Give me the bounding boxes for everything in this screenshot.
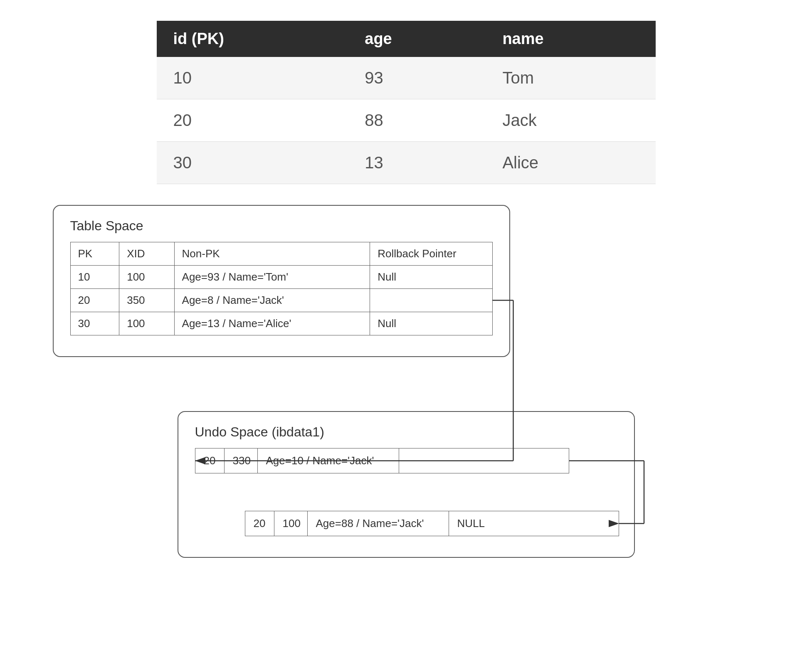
cell-name-1: Tom bbox=[486, 57, 655, 99]
ts-xid-1: 100 bbox=[119, 266, 174, 289]
ts-col-nonpk: Non-PK bbox=[174, 242, 370, 266]
ts-col-xid: XID bbox=[119, 242, 174, 266]
ts-nonpk-1: Age=93 / Name='Tom' bbox=[174, 266, 370, 289]
undo-c1-2: 20 bbox=[245, 511, 274, 536]
cell-age-3: 13 bbox=[348, 142, 486, 184]
col-header-name: name bbox=[486, 21, 655, 57]
undo-row-2: 20 100 Age=88 / Name='Jack' NULL bbox=[245, 511, 619, 536]
undo-row-1: 20 330 Age=10 / Name='Jack' bbox=[195, 448, 569, 473]
ts-col-rollback: Rollback Pointer bbox=[370, 242, 492, 266]
ts-rollback-1: Null bbox=[370, 266, 492, 289]
ts-nonpk-3: Age=13 / Name='Alice' bbox=[174, 312, 370, 335]
col-header-id: id (PK) bbox=[157, 21, 348, 57]
undo-nonpk-1: Age=10 / Name='Jack' bbox=[258, 448, 399, 473]
ts-row-3: 30 100 Age=13 / Name='Alice' Null bbox=[70, 312, 492, 335]
ts-pk-3: 30 bbox=[70, 312, 119, 335]
table-row: 30 13 Alice bbox=[157, 142, 656, 184]
ts-col-pk: PK bbox=[70, 242, 119, 266]
cell-age-1: 93 bbox=[348, 57, 486, 99]
undo-space-box: Undo Space (ibdata1) 20 330 Age=10 / Nam… bbox=[178, 411, 635, 558]
col-header-age: age bbox=[348, 21, 486, 57]
undo-c2-2: 100 bbox=[274, 511, 308, 536]
cell-id-1: 10 bbox=[157, 57, 348, 99]
cell-age-2: 88 bbox=[348, 99, 486, 142]
table-space-title: Table Space bbox=[70, 218, 493, 234]
cell-id-2: 20 bbox=[157, 99, 348, 142]
undo-nonpk-2: Age=88 / Name='Jack' bbox=[308, 511, 449, 536]
ts-row-1: 10 100 Age=93 / Name='Tom' Null bbox=[70, 266, 492, 289]
undo-space-title: Undo Space (ibdata1) bbox=[195, 424, 617, 440]
top-table: id (PK) age name 10 93 Tom 20 88 Jack 30… bbox=[157, 21, 656, 184]
ts-pk-1: 10 bbox=[70, 266, 119, 289]
ts-xid-2: 350 bbox=[119, 289, 174, 312]
cell-name-3: Alice bbox=[486, 142, 655, 184]
ts-nonpk-2: Age=8 / Name='Jack' bbox=[174, 289, 370, 312]
cell-id-3: 30 bbox=[157, 142, 348, 184]
ts-rollback-3: Null bbox=[370, 312, 492, 335]
table-row: 20 88 Jack bbox=[157, 99, 656, 142]
ts-rollback-2 bbox=[370, 289, 492, 312]
ts-xid-3: 100 bbox=[119, 312, 174, 335]
table-space-box: Table Space PK XID Non-PK Rollback Point… bbox=[53, 205, 510, 357]
ts-row-2: 20 350 Age=8 / Name='Jack' bbox=[70, 289, 492, 312]
undo-pointer-2: NULL bbox=[449, 511, 619, 536]
undo-pointer-1 bbox=[399, 448, 569, 473]
cell-name-2: Jack bbox=[486, 99, 655, 142]
undo-c2-1: 330 bbox=[225, 448, 258, 473]
table-row: 10 93 Tom bbox=[157, 57, 656, 99]
undo-c1-1: 20 bbox=[195, 448, 225, 473]
ts-pk-2: 20 bbox=[70, 289, 119, 312]
table-space-table: PK XID Non-PK Rollback Pointer 10 100 Ag… bbox=[70, 242, 493, 335]
